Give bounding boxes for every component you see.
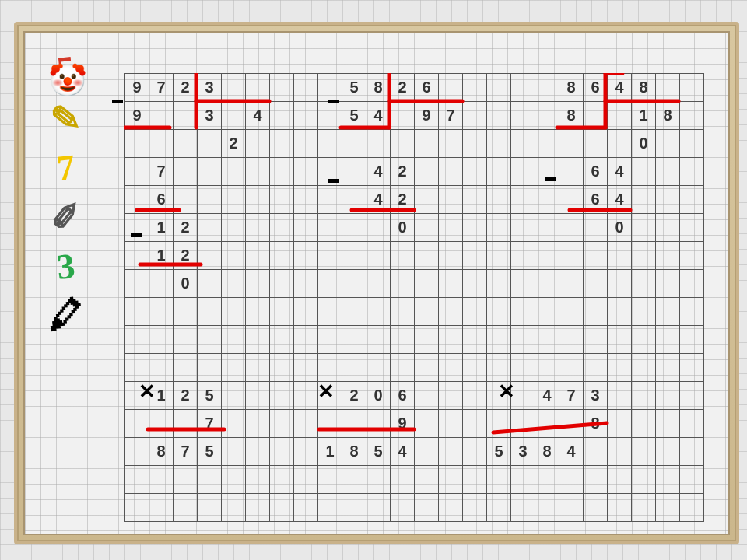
minus-sign: [112, 100, 123, 103]
grid-cell: [439, 410, 463, 438]
grid-cell: [463, 466, 487, 494]
grid-cell: 0: [608, 214, 632, 242]
grid-cell: 5: [198, 438, 222, 466]
grid-cell: [463, 438, 487, 466]
grid-cell: [294, 102, 318, 130]
grid-cell: [439, 270, 463, 298]
grid-cell: [656, 130, 680, 158]
grid-cell: [294, 354, 318, 382]
grid-cell: [680, 354, 704, 382]
grid-cell: [391, 466, 415, 494]
grid-cell: [487, 130, 511, 158]
grid-cell: [366, 326, 391, 354]
grid-cell: [463, 494, 487, 522]
grid-cell: [463, 382, 487, 410]
grid-cell: [511, 158, 535, 186]
grid-cell: 8: [535, 438, 559, 466]
grid-cell: [656, 158, 680, 186]
grid-cell: [439, 466, 463, 494]
grid-cell: 2: [174, 214, 198, 242]
grid-cell: [270, 494, 294, 522]
grid-cell: [463, 158, 487, 186]
grid-cell: [632, 494, 656, 522]
grid-cell: [511, 130, 535, 158]
grid-cell: 4: [366, 158, 391, 186]
grid-cell: [149, 298, 174, 326]
grid-cell: 7: [174, 438, 198, 466]
grid-cell: [342, 466, 366, 494]
grid-cell: [680, 298, 704, 326]
grid-cell: [487, 382, 511, 410]
grid-cell: [294, 270, 318, 298]
grid-cell: [584, 466, 608, 494]
grid-cell: [294, 326, 318, 354]
grid-cell: [174, 354, 198, 382]
grid-cell: [125, 438, 149, 466]
grid-cell: [559, 242, 584, 270]
grid-cell: 5: [342, 102, 366, 130]
grid-cell: 9: [125, 102, 149, 130]
grid-cell: [680, 494, 704, 522]
grid-cell: 6: [584, 74, 608, 102]
grid-cell: 0: [174, 270, 198, 298]
grid-cell: [511, 326, 535, 354]
grid-cell: 0: [632, 130, 656, 158]
grid-cell: 6: [415, 74, 439, 102]
grid-cell: [342, 326, 366, 354]
grid-cell: [149, 130, 174, 158]
grid-cell: [318, 494, 342, 522]
grid-cell: [222, 326, 246, 354]
grid-cell: [149, 270, 174, 298]
grid-cell: [680, 74, 704, 102]
grid-cell: [318, 214, 342, 242]
grid-cell: [270, 298, 294, 326]
grid-cell: 2: [391, 186, 415, 214]
grid-cell: [632, 270, 656, 298]
grid-cell: [174, 466, 198, 494]
grid-cell: [415, 382, 439, 410]
grid-cell: [608, 466, 632, 494]
grid-cell: [198, 326, 222, 354]
grid-cell: 4: [608, 186, 632, 214]
grid-cell: [270, 214, 294, 242]
grid-cell: [294, 242, 318, 270]
grid-cell: [656, 466, 680, 494]
grid-cell: [342, 298, 366, 326]
grid-cell: [632, 158, 656, 186]
grid-cell: [294, 466, 318, 494]
grid-cell: [584, 242, 608, 270]
grid-cell: [680, 130, 704, 158]
grid-cell: [559, 214, 584, 242]
grid-cell: [535, 214, 559, 242]
grid-cell: [318, 102, 342, 130]
grid-cell: [632, 298, 656, 326]
grid-cell: [511, 354, 535, 382]
grid-cell: [680, 214, 704, 242]
grid-cell: 2: [342, 382, 366, 410]
grid-cell: [439, 158, 463, 186]
grid-cell: [680, 326, 704, 354]
grid-cell: [125, 354, 149, 382]
grid-cell: [149, 102, 174, 130]
grid-cell: [608, 382, 632, 410]
grid-cell: [608, 242, 632, 270]
grid-cell: [246, 242, 270, 270]
grid-cell: [342, 214, 366, 242]
grid-cell: [222, 410, 246, 438]
grid-cell: [535, 102, 559, 130]
grid-cell: [270, 102, 294, 130]
grid-cell: [198, 354, 222, 382]
grid-cell: [584, 438, 608, 466]
grid-cell: [656, 354, 680, 382]
grid-cell: 2: [222, 130, 246, 158]
grid-cell: [656, 410, 680, 438]
grid-cell: [487, 466, 511, 494]
grid-cell: [342, 242, 366, 270]
grid-cell: [656, 214, 680, 242]
slide-canvas: 5 ✎ 7 ✐ 3 🖍 🤡 97235826864893454978182074…: [23, 31, 730, 535]
grid-cell: [246, 382, 270, 410]
grid-cell: [270, 158, 294, 186]
grid-cell: [391, 354, 415, 382]
grid-cell: [584, 130, 608, 158]
grid-cell: [391, 298, 415, 326]
